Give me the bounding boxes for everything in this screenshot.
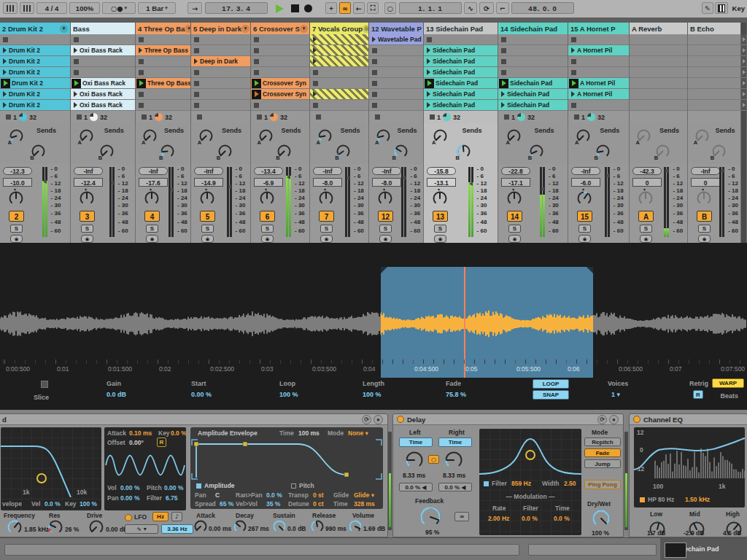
pan-knob[interactable]: ▾ (638, 190, 654, 208)
send-b-knob[interactable]: B (529, 144, 544, 160)
clip-slot[interactable] (191, 100, 250, 111)
drywet-knob[interactable] (592, 509, 611, 529)
session-overdub-toggle[interactable]: ∞ (339, 2, 351, 14)
track-activator-14[interactable]: 14 (507, 211, 522, 222)
track-activator-4[interactable]: 4 (144, 211, 160, 222)
group-clip-slot[interactable] (310, 56, 368, 67)
spread-value[interactable]: 65 % (220, 500, 233, 508)
volume-value[interactable]: 0 (632, 178, 662, 187)
clip-sidechain-pad[interactable]: Sidechain Pad (424, 67, 498, 78)
track-header-12-wavetable-p[interactable]: 12 Wavetable P (369, 23, 424, 34)
amplitude-tab[interactable]: Amplitude (204, 482, 235, 489)
clip-slot[interactable] (310, 67, 368, 78)
cue-button[interactable]: ◉ (640, 235, 652, 243)
clip-slot[interactable] (568, 67, 629, 78)
pan-knob[interactable]: ▾ (8, 190, 24, 208)
empty-return-slot[interactable] (688, 45, 740, 56)
solo-button[interactable]: S (81, 225, 93, 233)
send-b-knob[interactable]: B (160, 144, 175, 160)
track-activator-13[interactable]: 13 (433, 211, 448, 222)
device-on-led[interactable] (633, 416, 640, 423)
peak-level[interactable]: -Inf (571, 167, 600, 175)
clip-sidechain-pad[interactable]: Sidechain Pad (424, 45, 498, 56)
slice-label[interactable]: Slice (34, 394, 49, 401)
clip-a-hornet-pil[interactable]: A Hornet Pil (568, 45, 629, 56)
arrangement-overdub-toggle[interactable]: ○ (384, 2, 396, 14)
eq-low-value[interactable]: 1.7 dB (647, 529, 666, 537)
volume-value[interactable]: -6.9 (254, 178, 283, 187)
hp-checkbox[interactable] (640, 497, 645, 502)
peak-level[interactable]: -Inf (139, 167, 168, 175)
lfo-attack-value[interactable]: 0.10 ms (129, 429, 152, 437)
cue-button[interactable]: ◉ (379, 235, 392, 243)
pitch-tab-checkbox[interactable] (291, 483, 296, 489)
pitch-tab[interactable]: Pitch (299, 482, 314, 489)
delay-left-time-knob[interactable] (405, 451, 424, 471)
track-header-4-three-op-ba[interactable]: 4 Three Op Ba▾ (136, 23, 191, 34)
empty-return-slot[interactable] (688, 34, 740, 45)
clip-slot[interactable] (191, 89, 250, 100)
decay-knob[interactable] (233, 519, 247, 535)
back-to-arrangement-button[interactable]: ← (353, 2, 365, 14)
clip-oxi-bass-rack[interactable]: Oxi Bass Rack (71, 45, 135, 56)
pan-knob[interactable]: ▾ (377, 190, 393, 208)
track-fold-icon[interactable]: ▾ (60, 25, 68, 33)
empty-return-slot[interactable] (630, 100, 687, 111)
computer-midi-keyboard-button[interactable] (715, 2, 728, 14)
filter-handle[interactable] (37, 474, 46, 483)
delay-title-bar[interactable]: Delay ⟳ ● (393, 414, 623, 425)
res-knob[interactable] (47, 519, 63, 537)
clip-wavetable-pad[interactable]: Wavetable Pad (369, 34, 423, 45)
solo-button[interactable]: S (434, 225, 446, 233)
delay-width-value[interactable]: 2.50 (564, 480, 576, 487)
feedback-knob[interactable] (419, 506, 441, 529)
group-clip-slot[interactable] (310, 89, 368, 100)
envelope-graph[interactable] (190, 438, 383, 481)
clip-deep-in-dark[interactable]: Deep in Dark (191, 56, 250, 67)
frequency-value[interactable]: 1.85 kHz (24, 526, 49, 533)
track-header-bass[interactable]: Bass (71, 23, 136, 34)
velvol-value[interactable]: 35 % (266, 500, 280, 508)
metronome-toggle[interactable]: ○●▾ (102, 2, 136, 14)
volume-value[interactable]: -17.1 (501, 178, 530, 187)
stop-all-clips-button[interactable] (142, 114, 147, 120)
send-a-knob[interactable]: A (9, 128, 24, 145)
delay-filter-freq[interactable]: 859 Hz (511, 480, 531, 487)
pan-knob[interactable]: ▾ (318, 190, 334, 208)
track-activator-3[interactable]: 3 (80, 211, 95, 222)
solo-button[interactable]: S (261, 225, 274, 233)
clip-drum-kit-2[interactable]: Drum Kit 2 (0, 56, 70, 67)
clip-slot[interactable] (424, 34, 498, 45)
slice-icon[interactable] (41, 381, 48, 388)
peak-level[interactable]: -Inf (313, 167, 342, 175)
lfo-vol-value[interactable]: 0.00 % (120, 484, 139, 491)
delay-left-time-value[interactable]: 8.33 ms (403, 472, 425, 479)
send-a-knob[interactable]: A (433, 128, 448, 145)
send-a-knob[interactable]: A (506, 128, 522, 145)
clip-slot[interactable] (136, 100, 190, 111)
time-signature[interactable]: 4 / 4 (36, 2, 67, 14)
send-b-knob[interactable]: B (456, 144, 471, 160)
cue-button[interactable]: ◉ (81, 235, 93, 243)
track-header-b-echo[interactable]: B Echo (688, 23, 741, 34)
pan-knob[interactable]: ▾ (259, 190, 275, 208)
empty-return-slot[interactable] (630, 67, 687, 78)
clip-sidechain-pad[interactable]: Sidechain Pad (498, 89, 568, 100)
track-fold-icon[interactable]: ▾ (185, 25, 191, 33)
ranpan-value[interactable]: 0.0 % (266, 491, 282, 499)
scene-launch[interactable] (741, 34, 746, 45)
empty-return-slot[interactable] (630, 78, 687, 89)
playing-clip-crossover-syn[interactable]: Crossover Syn (251, 78, 309, 89)
attack-value[interactable]: 0.00 ms (209, 525, 231, 532)
solo-button[interactable]: S (10, 225, 23, 233)
length-value[interactable]: 100 % (363, 391, 382, 398)
volume-value[interactable]: -10.0 (3, 178, 32, 187)
device-on-led[interactable] (397, 416, 404, 423)
lfo-filter-value[interactable]: 6.75 (166, 494, 178, 502)
volume-value[interactable]: -13.1 (427, 178, 456, 187)
volume-knob[interactable] (348, 519, 363, 535)
glide-value[interactable]: Glide ▾ (354, 491, 374, 499)
hot-swap-icon[interactable]: ⟳ (597, 415, 607, 424)
scene-launch[interactable] (741, 89, 746, 100)
empty-return-slot[interactable] (688, 78, 740, 89)
